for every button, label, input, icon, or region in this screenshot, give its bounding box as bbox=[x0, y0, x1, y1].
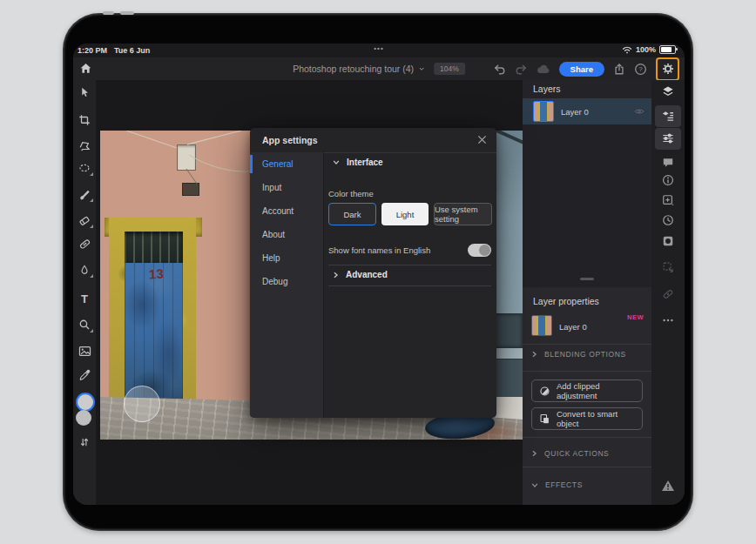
theme-system-button[interactable]: Use system setting bbox=[434, 203, 492, 225]
layer-row-selected[interactable]: Layer 0 bbox=[523, 98, 651, 124]
battery-percent: 100% bbox=[636, 45, 656, 54]
app-settings-dialog: App settings General Input Account About… bbox=[250, 128, 496, 418]
nav-item-general[interactable]: General bbox=[250, 152, 323, 176]
type-tool-glyph: T bbox=[81, 292, 88, 306]
tool-move[interactable] bbox=[76, 84, 93, 101]
color-theme-label: Color theme bbox=[328, 189, 374, 198]
history-panel-icon[interactable] bbox=[662, 214, 674, 226]
layers-panel-icon[interactable] bbox=[662, 85, 675, 97]
divider bbox=[523, 344, 651, 345]
new-badge: NEW bbox=[627, 313, 644, 321]
comments-panel-icon[interactable] bbox=[662, 158, 674, 169]
blending-options-header[interactable]: BLENDING OPTIONS bbox=[531, 350, 626, 359]
layers-list-area[interactable] bbox=[523, 124, 651, 287]
layer-name: Layer 0 bbox=[561, 107, 589, 117]
font-names-label: Show font names in English bbox=[328, 245, 430, 255]
touch-cursor bbox=[124, 386, 160, 422]
adjustments-panel-icon[interactable] bbox=[662, 133, 674, 144]
nav-item-account[interactable]: Account bbox=[250, 199, 323, 223]
help-icon[interactable]: ? bbox=[634, 63, 647, 76]
divider bbox=[328, 265, 491, 265]
effects-header[interactable]: EFFECTS bbox=[531, 480, 583, 489]
tool-brush[interactable] bbox=[76, 185, 93, 203]
tool-place-image[interactable] bbox=[76, 342, 93, 359]
nav-item-about[interactable]: About bbox=[250, 223, 323, 246]
more-panels-icon[interactable] bbox=[662, 318, 674, 323]
chevron-down-icon bbox=[531, 482, 538, 488]
undo-button[interactable] bbox=[493, 64, 506, 75]
theme-dark-button[interactable]: Dark bbox=[328, 203, 376, 225]
tool-swap-colors[interactable] bbox=[76, 433, 93, 451]
volume-button-up bbox=[103, 11, 114, 15]
tool-eyedropper[interactable] bbox=[76, 366, 93, 384]
theme-light-button[interactable]: Light bbox=[381, 203, 429, 225]
tool-crop[interactable] bbox=[76, 111, 93, 129]
photo-blue-door: 13 bbox=[125, 263, 183, 402]
layers-panel-title: Layers bbox=[533, 84, 561, 94]
font-names-toggle[interactable] bbox=[468, 244, 491, 257]
export-icon[interactable] bbox=[613, 63, 625, 76]
redo-button[interactable] bbox=[515, 64, 528, 75]
tool-healing-brush[interactable] bbox=[76, 235, 93, 252]
divider bbox=[523, 467, 651, 467]
tool-eraser[interactable] bbox=[76, 212, 93, 229]
advanced-section-header[interactable]: Advanced bbox=[333, 270, 388, 279]
interface-section-header[interactable]: Interface bbox=[333, 158, 383, 167]
tool-polygon-lasso[interactable] bbox=[76, 138, 93, 155]
divider bbox=[523, 371, 651, 372]
background-color-swatch[interactable] bbox=[76, 410, 91, 426]
app-screen: 1:20 PM Tue 6 Jun ••• 100% Photoshop ret bbox=[73, 44, 685, 505]
share-button[interactable]: Share bbox=[559, 62, 604, 77]
settings-gear-highlight[interactable] bbox=[656, 57, 679, 81]
right-panel: Layers Layer 0 Layer properties bbox=[523, 80, 651, 505]
properties-layer-thumbnail bbox=[531, 315, 552, 336]
info-panel-icon[interactable] bbox=[662, 174, 674, 186]
home-icon[interactable] bbox=[79, 62, 92, 75]
toggle-knob bbox=[479, 245, 490, 256]
dialog-header: App settings bbox=[250, 128, 496, 153]
document-title[interactable]: Photoshop retouching tour (4) bbox=[293, 64, 425, 74]
add-clipped-adjustment-button[interactable]: Add clipped adjustment bbox=[531, 379, 643, 402]
tool-fill[interactable] bbox=[76, 261, 93, 279]
wifi-icon bbox=[622, 45, 632, 54]
close-icon[interactable] bbox=[477, 135, 487, 144]
quick-actions-header[interactable]: QUICK ACTIONS bbox=[531, 449, 609, 458]
top-toolbar: Photoshop retouching tour (4) 104% bbox=[73, 57, 685, 80]
zoom-level-badge[interactable]: 104% bbox=[434, 63, 465, 75]
warning-icon[interactable] bbox=[661, 480, 675, 492]
divider bbox=[328, 285, 491, 286]
tool-spot-heal[interactable] bbox=[76, 316, 93, 333]
layer-properties-panel-icon[interactable] bbox=[662, 110, 675, 122]
desktop-background: 1:20 PM Tue 6 Jun ••• 100% Photoshop ret bbox=[0, 0, 756, 544]
status-bar: 1:20 PM Tue 6 Jun ••• 100% bbox=[73, 44, 685, 57]
dialog-nav: General Input Account About Help Debug bbox=[250, 152, 324, 418]
tool-ellipse-select[interactable] bbox=[76, 159, 93, 177]
svg-text:?: ? bbox=[638, 65, 643, 73]
chevron-down-icon bbox=[418, 65, 425, 72]
properties-layer-name: Layer 0 bbox=[559, 322, 587, 332]
chevron-right-icon bbox=[333, 272, 339, 279]
cloud-sync-icon[interactable] bbox=[537, 64, 550, 74]
tool-type[interactable]: T bbox=[76, 290, 93, 307]
theme-options: Dark Light Use system setting bbox=[328, 203, 492, 225]
add-panel-icon[interactable] bbox=[662, 194, 674, 206]
mask-panel-icon[interactable] bbox=[662, 235, 674, 247]
convert-smart-object-button[interactable]: Convert to smart object bbox=[531, 407, 643, 430]
foreground-color-swatch[interactable] bbox=[76, 393, 95, 412]
photo-door-transom bbox=[125, 232, 183, 263]
photo-junction-box bbox=[182, 183, 199, 196]
nav-item-debug[interactable]: Debug bbox=[250, 270, 323, 293]
retouch-panel-icon[interactable] bbox=[662, 288, 674, 300]
battery-icon bbox=[659, 45, 676, 54]
properties-title: Layer properties bbox=[533, 296, 599, 306]
status-time: 1:20 PM bbox=[78, 46, 107, 55]
nav-item-input[interactable]: Input bbox=[250, 176, 323, 199]
panel-resize-handle[interactable] bbox=[580, 278, 594, 280]
photo-electrical-box bbox=[177, 144, 196, 171]
layer-visibility-eye-icon[interactable] bbox=[634, 107, 645, 116]
multitask-indicator-icon[interactable]: ••• bbox=[374, 44, 383, 52]
transform-panel-icon[interactable] bbox=[662, 261, 674, 273]
status-date: Tue 6 Jun bbox=[114, 46, 150, 55]
nav-item-help[interactable]: Help bbox=[250, 246, 323, 270]
layer-thumbnail bbox=[533, 101, 554, 122]
